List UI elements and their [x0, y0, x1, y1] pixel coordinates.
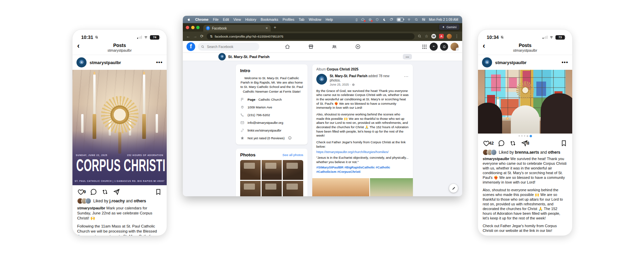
- close-tab-icon[interactable]: ✕: [265, 27, 268, 30]
- photo-thumbnail[interactable]: [283, 160, 303, 180]
- menu-profiles[interactable]: Profiles: [282, 17, 294, 21]
- cloud-status-icon[interactable]: [361, 17, 365, 21]
- menu-bookmarks[interactable]: Bookmarks: [261, 17, 278, 21]
- back-button[interactable]: ‹: [483, 42, 485, 50]
- share-icon[interactable]: [113, 188, 120, 196]
- window-controls[interactable]: [186, 26, 200, 29]
- menu-view[interactable]: View: [233, 17, 241, 21]
- new-tab-button[interactable]: +: [274, 25, 276, 30]
- photo-thumbnail[interactable]: [262, 160, 282, 180]
- pencil-icon: [451, 186, 456, 191]
- menu-edit[interactable]: Edit: [223, 17, 229, 21]
- facebook-search[interactable]: [198, 43, 259, 51]
- facebook-content: Intro Welcome to St. Mary-St. Paul Catho…: [183, 61, 462, 196]
- facebook-logo[interactable]: f: [186, 42, 195, 51]
- stage-manager-icon[interactable]: [389, 17, 393, 21]
- share-count[interactable]: 8: [527, 141, 529, 146]
- page-name[interactable]: St. Mary-St. Paul Parish: [228, 55, 269, 59]
- menubar-clock[interactable]: Mon Feb 2 1:09 AM: [429, 18, 458, 21]
- like-count[interactable]: 9: [84, 190, 86, 194]
- back-nav-icon[interactable]: ←: [186, 34, 190, 39]
- reload-icon[interactable]: ⟳: [200, 34, 204, 39]
- edit-fab-button[interactable]: [449, 184, 458, 193]
- post-image-adoration-photo[interactable]: [478, 70, 572, 134]
- post-username[interactable]: stmarystpaulbr: [90, 60, 121, 65]
- close-window-button: [186, 26, 189, 29]
- active-dot: [530, 135, 532, 137]
- photo-thumbnail[interactable]: [283, 181, 303, 196]
- messenger-icon[interactable]: [430, 43, 438, 51]
- caption-username[interactable]: stmarystpaulbr: [77, 206, 105, 210]
- liked-by-row: Liked by brenna.aerts and others: [478, 149, 572, 156]
- post-photo[interactable]: [370, 178, 413, 197]
- post-options-icon[interactable]: •••: [561, 59, 568, 65]
- post-date[interactable]: June 25, 2025 ·: [330, 83, 351, 87]
- post-author-link[interactable]: St. Mary-St. Paul Parish: [330, 74, 367, 78]
- menu-history[interactable]: History: [245, 17, 256, 21]
- control-center-icon[interactable]: [422, 17, 426, 21]
- groups-icon[interactable]: [331, 44, 337, 50]
- bookmark-star-icon[interactable]: ☆: [425, 34, 428, 39]
- menu-tab[interactable]: Tab: [299, 17, 304, 21]
- status-pill-icon[interactable]: ▯: [356, 18, 358, 21]
- page-more-button[interactable]: …: [403, 54, 412, 59]
- tab-facebook[interactable]: f Facebook ✕: [203, 25, 271, 32]
- spotlight-icon[interactable]: [415, 18, 418, 21]
- post-photo[interactable]: [312, 178, 369, 197]
- post-username[interactable]: stmarystpaulbr: [495, 60, 527, 65]
- profile-avatar[interactable]: [447, 34, 452, 39]
- shield-status-icon[interactable]: [375, 18, 379, 21]
- homily-link[interactable]: https://stmarystpaulbr.org/church/liturg…: [316, 150, 388, 154]
- carousel-dots[interactable]: [478, 134, 572, 138]
- back-button[interactable]: ‹: [77, 42, 79, 50]
- menubar-wifi-icon[interactable]: [407, 18, 411, 21]
- focus-moon-icon[interactable]: [382, 18, 386, 21]
- search-input[interactable]: [206, 45, 248, 49]
- menu-window[interactable]: Window: [309, 17, 321, 21]
- create-icon[interactable]: [355, 44, 361, 50]
- menu-file[interactable]: File: [213, 17, 219, 21]
- post-image-corpus-christi-poster[interactable]: SUNDAY, JUNE 22, 2025 152 HOURS OF ADORA…: [72, 70, 167, 185]
- album-name-link[interactable]: Corpus Christi 2025: [327, 67, 358, 71]
- photo-thumbnail[interactable]: [240, 181, 261, 196]
- forward-nav-icon[interactable]: →: [193, 34, 197, 39]
- avatar[interactable]: ✳: [76, 57, 87, 67]
- comment-icon[interactable]: [498, 140, 505, 147]
- comment-icon[interactable]: [90, 188, 97, 196]
- post-options-icon[interactable]: •••: [156, 59, 163, 65]
- liker-name[interactable]: j.roachy: [109, 199, 125, 203]
- record-status-icon[interactable]: [368, 18, 372, 21]
- toolbar-search-icon[interactable]: [418, 34, 422, 38]
- post-page-avatar[interactable]: ✳: [316, 74, 327, 85]
- bookmark-icon[interactable]: [560, 140, 568, 147]
- notifications-icon[interactable]: [440, 43, 448, 51]
- extension-adobe-icon[interactable]: A: [439, 34, 444, 39]
- photo-thumbnail[interactable]: [240, 160, 261, 180]
- repost-icon[interactable]: [101, 188, 109, 196]
- like-count[interactable]: 42: [489, 141, 494, 146]
- hashtags[interactable]: #StMaryStPaulBR #BigRapidsCatholic #Cath…: [316, 165, 390, 173]
- repost-icon[interactable]: [509, 140, 517, 147]
- gemini-button[interactable]: ✦Gemini: [439, 24, 460, 30]
- info-icon[interactable]: [288, 136, 292, 140]
- see-all-photos-link[interactable]: See all photos: [282, 153, 303, 157]
- apple-menu-icon[interactable]: [187, 17, 191, 21]
- bookmark-icon[interactable]: [155, 188, 162, 196]
- page-avatar[interactable]: ✳: [218, 53, 226, 60]
- menu-chrome[interactable]: Chrome: [195, 17, 209, 21]
- photo-thumbnail[interactable]: [262, 181, 282, 196]
- address-bar[interactable]: ⇅ facebook.com/profile.php?id=6155940795…: [207, 33, 415, 40]
- home-icon[interactable]: [284, 44, 290, 50]
- liker-name[interactable]: brenna.aerts: [515, 150, 539, 155]
- extension-w-icon[interactable]: W: [431, 34, 436, 39]
- menu-help[interactable]: Help: [326, 17, 333, 21]
- caption-username[interactable]: stmarystpaulbr: [483, 157, 509, 161]
- account-avatar[interactable]: [450, 43, 459, 51]
- apps-menu-icon[interactable]: [422, 44, 427, 50]
- site-settings-icon[interactable]: ⇅: [210, 35, 213, 38]
- marketplace-icon[interactable]: [308, 44, 314, 50]
- post-menu-icon[interactable]: …: [404, 74, 409, 77]
- browser-menu-icon[interactable]: ⋮: [455, 34, 459, 39]
- website-link[interactable]: linktr.ee/stmarystpaulbr: [248, 129, 281, 132]
- avatar[interactable]: ✳: [482, 57, 492, 67]
